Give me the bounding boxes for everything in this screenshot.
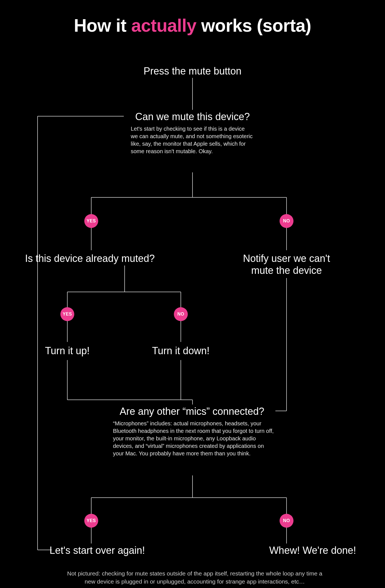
node-already-muted: Is this device already muted? — [25, 252, 225, 264]
node-other-mics-sub: “Microphones” includes: actual microphon… — [113, 420, 274, 457]
title-post: works (sorta) — [196, 16, 311, 36]
node-can-mute: Can we mute this device? — [0, 111, 385, 123]
node-turn-up: Turn it up! — [26, 345, 109, 357]
diagram-title: How it actually works (sorta) — [0, 15, 385, 36]
badge-no-3: NO — [280, 514, 293, 528]
node-notify: Notify user we can't mute the device — [231, 252, 342, 276]
title-accent: actually — [131, 16, 196, 36]
title-pre: How it — [74, 16, 131, 36]
flow-lines — [0, 0, 385, 588]
badge-no-1: NO — [280, 214, 293, 228]
node-can-mute-sub: Let's start by checking to see if this i… — [131, 125, 253, 155]
node-done: Whew! We're done! — [217, 544, 356, 556]
badge-yes-1: YES — [84, 214, 98, 228]
footnote: Not pictured: checking for mute states o… — [67, 569, 323, 586]
node-start-over: Let's start over again! — [50, 544, 161, 556]
badge-yes-2: YES — [60, 307, 74, 321]
badge-yes-3: YES — [84, 514, 98, 528]
node-press-mute: Press the mute button — [0, 65, 385, 77]
node-other-mics: Are any other “mics” connected? — [108, 405, 275, 417]
badge-no-2: NO — [174, 307, 188, 321]
node-turn-down: Turn it down! — [139, 345, 223, 357]
